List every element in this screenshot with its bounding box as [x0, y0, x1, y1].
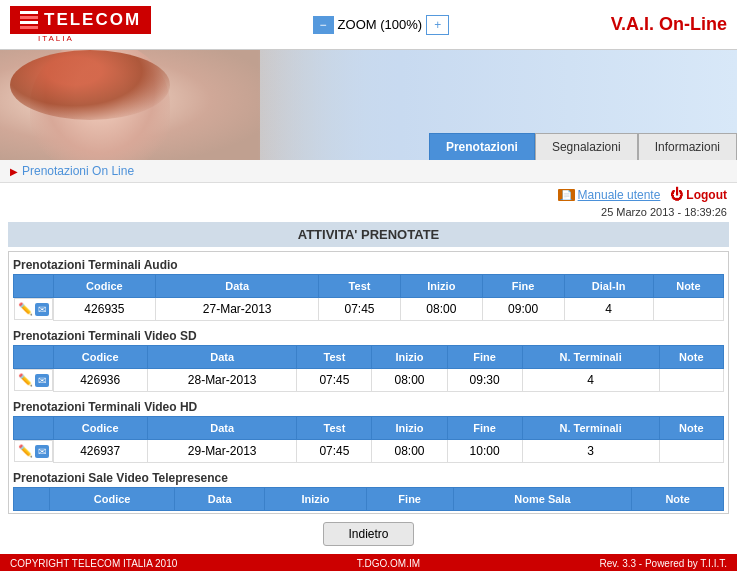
footer-domain: T.DGO.OM.IM	[357, 558, 420, 569]
col-fine: Fine	[482, 275, 564, 298]
logout-button[interactable]: ⏻ Logout	[670, 187, 727, 202]
videohd-row-1-test: 07:45	[297, 440, 372, 463]
scrollable-content[interactable]: Prenotazioni Terminali Audio Codice Data…	[8, 251, 729, 514]
col-data: Data	[147, 346, 297, 369]
col-actions	[14, 346, 54, 369]
section-videosd: Prenotazioni Terminali Video SD Codice D…	[9, 323, 728, 394]
zoom-minus-button[interactable]: −	[313, 16, 334, 34]
edit-icon[interactable]: ✏️	[18, 444, 33, 458]
col-codice: Codice	[53, 275, 156, 298]
section-title: ATTIVITA' PRENOTATE	[8, 222, 729, 247]
breadcrumb-arrow: ▶	[10, 166, 18, 177]
col-actions	[14, 417, 54, 440]
audio-row-1-actions[interactable]: ✏️ ✉	[14, 298, 53, 320]
videosd-table: Codice Data Test Inizio Fine N. Terminal…	[13, 345, 724, 392]
telepresence-table: Codice Data Inizio Fine Nome Sala Note	[13, 487, 724, 511]
telecom-logo: TELECOM ITALIA	[10, 6, 151, 43]
col-nterminali: N. Terminali	[522, 417, 659, 440]
zoom-controls: − ZOOM (100%) +	[313, 15, 450, 35]
section-audio: Prenotazioni Terminali Audio Codice Data…	[9, 252, 728, 323]
section-telepresence: Prenotazioni Sale Video Telepresence Cod…	[9, 465, 728, 513]
col-inizio: Inizio	[400, 275, 482, 298]
logo-text: TELECOM	[44, 10, 141, 30]
banner: Prenotazioni Segnalazioni Informazioni	[0, 50, 737, 160]
col-inizio: Inizio	[265, 488, 367, 511]
col-codice: Codice	[50, 488, 175, 511]
col-data: Data	[175, 488, 265, 511]
col-data: Data	[156, 275, 319, 298]
col-codice: Codice	[53, 346, 147, 369]
section-videohd: Prenotazioni Terminali Video HD Codice D…	[9, 394, 728, 465]
videosd-row-1-actions[interactable]: ✏️ ✉	[14, 369, 53, 391]
col-codice: Codice	[53, 417, 147, 440]
logo-sub: ITALIA	[10, 34, 74, 43]
videohd-row-1-nterminali: 3	[522, 440, 659, 463]
edit-icon[interactable]: ✏️	[18, 302, 33, 316]
videosd-row-1-data: 28-Mar-2013	[147, 369, 297, 392]
col-inizio: Inizio	[372, 417, 447, 440]
videosd-row-1-nterminali: 4	[522, 369, 659, 392]
mail-icon[interactable]: ✉	[35, 303, 49, 316]
audio-row-1-data: 27-Mar-2013	[156, 298, 319, 321]
section-audio-title: Prenotazioni Terminali Audio	[13, 256, 724, 274]
videohd-table: Codice Data Test Inizio Fine N. Terminal…	[13, 416, 724, 463]
col-test: Test	[319, 275, 401, 298]
col-fine: Fine	[447, 346, 522, 369]
col-data: Data	[147, 417, 297, 440]
main-content: ATTIVITA' PRENOTATE Prenotazioni Termina…	[0, 222, 737, 554]
banner-tabs: Prenotazioni Segnalazioni Informazioni	[429, 133, 737, 160]
audio-row-1-fine: 09:00	[482, 298, 564, 321]
logo-area: TELECOM ITALIA	[10, 6, 151, 43]
audio-row-1-inizio: 08:00	[400, 298, 482, 321]
col-dialin: Dial-In	[564, 275, 653, 298]
zoom-label: ZOOM (100%)	[338, 17, 423, 32]
footer-version: Rev. 3.3 - Powered by T.I.I.T.	[600, 558, 727, 569]
audio-row-1-dialin: 4	[564, 298, 653, 321]
power-icon: ⏻	[670, 187, 683, 202]
section-telepresence-title: Prenotazioni Sale Video Telepresence	[13, 469, 724, 487]
col-actions	[14, 488, 50, 511]
datetime: 25 Marzo 2013 - 18:39:26	[0, 206, 737, 222]
manuale-button[interactable]: 📄 Manuale utente	[558, 188, 661, 202]
col-actions	[14, 275, 54, 298]
audio-row-1-note	[653, 298, 723, 321]
videohd-row-1-actions[interactable]: ✏️ ✉	[14, 440, 53, 462]
vai-label: V.A.I. On-Line	[611, 14, 727, 35]
mail-icon[interactable]: ✉	[35, 445, 49, 458]
col-note: Note	[659, 346, 723, 369]
videohd-row-1-codice: 426937	[53, 440, 147, 463]
videosd-row-1-fine: 09:30	[447, 369, 522, 392]
tab-segnalazioni[interactable]: Segnalazioni	[535, 133, 638, 160]
videohd-row-1-data: 29-Mar-2013	[147, 440, 297, 463]
videosd-row-1-note	[659, 369, 723, 392]
edit-icon[interactable]: ✏️	[18, 373, 33, 387]
footer: COPYRIGHT TELECOM ITALIA 2010 T.DGO.OM.I…	[0, 554, 737, 571]
col-note: Note	[659, 417, 723, 440]
videosd-row-1-test: 07:45	[297, 369, 372, 392]
breadcrumb-text: Prenotazioni On Line	[22, 164, 134, 178]
action-row: Indietro	[8, 514, 729, 554]
videohd-row-1-fine: 10:00	[447, 440, 522, 463]
videosd-row-1-inizio: 08:00	[372, 369, 447, 392]
footer-copyright: COPYRIGHT TELECOM ITALIA 2010	[10, 558, 177, 569]
zoom-plus-button[interactable]: +	[426, 15, 449, 35]
col-nomesala: Nome Sala	[453, 488, 632, 511]
videohd-row-1-inizio: 08:00	[372, 440, 447, 463]
col-note: Note	[632, 488, 724, 511]
tab-prenotazioni[interactable]: Prenotazioni	[429, 133, 535, 160]
breadcrumb: ▶ Prenotazioni On Line	[0, 160, 737, 183]
tab-informazioni[interactable]: Informazioni	[638, 133, 737, 160]
col-test: Test	[297, 417, 372, 440]
col-nterminali: N. Terminali	[522, 346, 659, 369]
mail-icon[interactable]: ✉	[35, 374, 49, 387]
audio-row-1-codice: 426935	[53, 298, 156, 321]
col-fine: Fine	[366, 488, 453, 511]
audio-table: Codice Data Test Inizio Fine Dial-In Not…	[13, 274, 724, 321]
section-videosd-title: Prenotazioni Terminali Video SD	[13, 327, 724, 345]
section-videohd-title: Prenotazioni Terminali Video HD	[13, 398, 724, 416]
header: TELECOM ITALIA − ZOOM (100%) + V.A.I. On…	[0, 0, 737, 50]
videohd-row-1: ✏️ ✉ 426937 29-Mar-2013 07:45 08:00 10:0…	[14, 440, 724, 463]
videohd-row-1-note	[659, 440, 723, 463]
col-test: Test	[297, 346, 372, 369]
indietro-button[interactable]: Indietro	[323, 522, 413, 546]
